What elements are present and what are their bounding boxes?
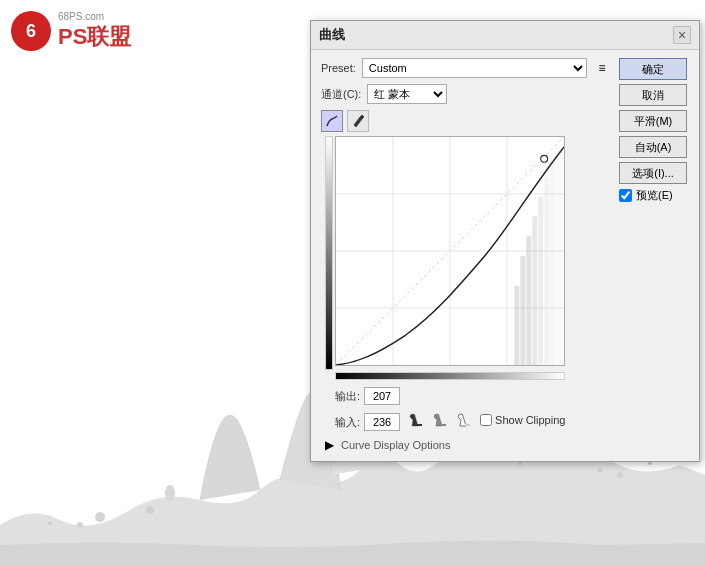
show-clipping-label: Show Clipping [495, 414, 565, 426]
output-value-input[interactable] [364, 387, 400, 405]
svg-rect-30 [556, 147, 564, 365]
eyedropper-buttons [406, 410, 474, 430]
preview-checkbox[interactable] [619, 189, 632, 202]
svg-point-2 [165, 485, 175, 501]
input-eyedropper-row: 输入: [335, 409, 611, 431]
options-button[interactable]: 选项(I)... [619, 162, 687, 184]
svg-rect-31 [417, 424, 422, 426]
svg-rect-32 [441, 424, 446, 426]
bottom-gradient-strip [335, 372, 565, 380]
svg-rect-25 [526, 236, 531, 365]
preview-label: 预览(E) [636, 188, 673, 203]
svg-point-22 [541, 155, 548, 162]
logo-area: 6 68PS.com PS联盟 [10, 10, 131, 52]
svg-point-8 [95, 512, 105, 522]
dialog-title: 曲线 [319, 26, 345, 44]
show-clipping-row: Show Clipping [480, 414, 565, 426]
cancel-button[interactable]: 取消 [619, 84, 687, 106]
svg-rect-27 [538, 196, 543, 365]
channel-select[interactable]: 红 蒙本 RGB 红 绿 蓝 [367, 84, 447, 104]
gray-eyedropper-button[interactable] [430, 410, 450, 430]
input-row: 输入: [335, 413, 400, 431]
left-gradient-strip [325, 136, 333, 370]
svg-text:6: 6 [26, 21, 36, 41]
tool-row [321, 110, 611, 132]
show-clipping-checkbox[interactable] [480, 414, 492, 426]
preview-row: 预览(E) [619, 188, 689, 203]
white-eyedropper-button[interactable] [454, 410, 474, 430]
curve-options-row: ▶ Curve Display Options [321, 437, 611, 453]
svg-rect-33 [465, 424, 470, 426]
input-value-input[interactable] [364, 413, 400, 431]
curve-grid [336, 137, 564, 365]
svg-rect-26 [532, 216, 537, 365]
svg-rect-24 [520, 256, 525, 365]
curve-area [335, 136, 565, 370]
pencil-tool-button[interactable] [347, 110, 369, 132]
svg-point-5 [146, 506, 154, 514]
curve-options-label: Curve Display Options [341, 439, 450, 451]
channel-row: 通道(C): 红 蒙本 RGB 红 绿 蓝 [321, 84, 611, 104]
dialog-buttons: 确定 取消 平滑(M) 自动(A) 选项(I)... 预览(E) [619, 58, 689, 453]
preset-label: Preset: [321, 62, 356, 74]
svg-point-12 [617, 472, 623, 478]
svg-point-9 [77, 522, 83, 528]
input-label: 输入: [335, 415, 360, 430]
dialog-titlebar: 曲线 × [311, 21, 699, 50]
curve-tool-button[interactable] [321, 110, 343, 132]
output-row: 输出: [335, 387, 611, 405]
logo-icon: 6 [10, 10, 52, 52]
dialog-main: Preset: Custom Default Linear ≡ 通道(C): 红… [321, 58, 611, 453]
svg-point-10 [48, 521, 52, 525]
svg-rect-29 [550, 157, 555, 365]
channel-label: 通道(C): [321, 87, 361, 102]
preset-menu-icon[interactable]: ≡ [593, 59, 611, 77]
dialog-body: Preset: Custom Default Linear ≡ 通道(C): 红… [311, 50, 699, 461]
ok-button[interactable]: 确定 [619, 58, 687, 80]
svg-point-11 [598, 468, 602, 472]
logo-brand: PS联盟 [58, 22, 131, 52]
curves-dialog: 曲线 × Preset: Custom Default Linear ≡ 通道(… [310, 20, 700, 462]
preset-select[interactable]: Custom Default Linear [362, 58, 587, 78]
smooth-button[interactable]: 平滑(M) [619, 110, 687, 132]
input-section: 输入: [335, 409, 400, 431]
auto-button[interactable]: 自动(A) [619, 136, 687, 158]
curve-canvas[interactable] [335, 136, 565, 366]
curve-options-expand-icon[interactable]: ▶ [321, 437, 337, 453]
svg-rect-28 [544, 177, 549, 365]
logo-site: 68PS.com [58, 11, 131, 22]
svg-rect-23 [514, 286, 519, 365]
preset-row: Preset: Custom Default Linear ≡ [321, 58, 611, 78]
close-button[interactable]: × [673, 26, 691, 44]
black-eyedropper-button[interactable] [406, 410, 426, 430]
output-label: 输出: [335, 389, 360, 404]
